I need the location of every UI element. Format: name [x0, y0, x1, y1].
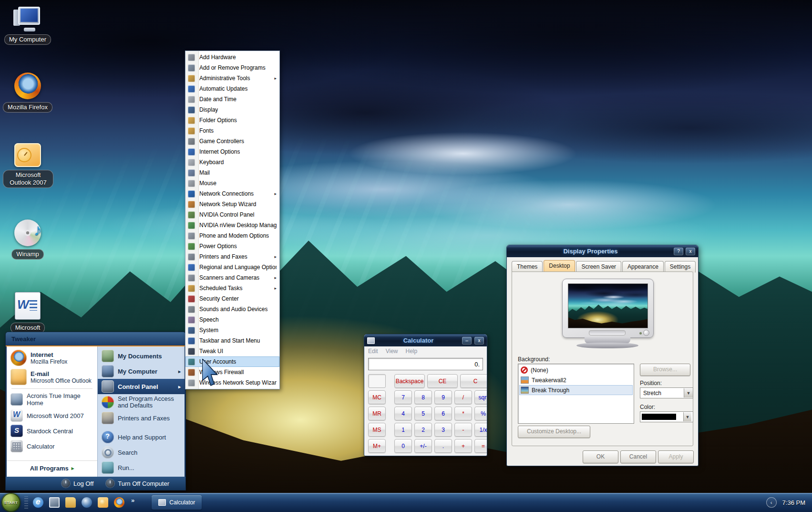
backspace-key[interactable]: Backspace [394, 374, 425, 388]
cp-item-nvidia-control-panel[interactable]: NVIDIA Control Panel [185, 209, 279, 220]
desktop-icon-microsoft-word[interactable]: W Microsoft [3, 292, 52, 333]
cp-item-windows-firewall[interactable]: Windows Firewall [185, 367, 279, 377]
background-item-tweakerwall2[interactable]: Tweakerwall2 [519, 375, 633, 385]
equals-key[interactable]: = [474, 439, 487, 453]
background-item-none[interactable]: (None) [519, 365, 633, 375]
cp-item-scheduled-tasks[interactable]: Scheduled Tasks▸ [185, 283, 279, 293]
tab-themes[interactable]: Themes [512, 261, 543, 272]
close-button[interactable]: x [686, 248, 695, 255]
start-item-acronis[interactable]: Acronis True Image Home [7, 391, 97, 408]
reciprocal-key[interactable]: 1/x [474, 423, 487, 437]
key-8[interactable]: 8 [414, 390, 432, 404]
cp-item-scanners-cameras[interactable]: Scanners and Cameras▸ [185, 272, 279, 283]
key-7[interactable]: 7 [394, 390, 412, 404]
percent-key[interactable]: % [474, 407, 487, 420]
quick-launch-overflow-chevron[interactable]: » [131, 497, 134, 504]
cp-item-internet-options[interactable]: Internet Options [185, 146, 279, 157]
minus-key[interactable]: - [454, 423, 472, 437]
minimize-button[interactable]: – [462, 337, 472, 345]
multiply-key[interactable]: * [454, 407, 472, 420]
cp-item-regional-language[interactable]: Regional and Language Options [185, 262, 279, 272]
start-item-run[interactable]: Run... [98, 460, 185, 475]
key-6[interactable]: 6 [434, 407, 452, 420]
key-2[interactable]: 2 [414, 423, 432, 437]
cp-item-fonts[interactable]: Fonts [185, 125, 279, 136]
key-1[interactable]: 1 [394, 423, 412, 437]
calculator-titlebar[interactable]: Calculator – x [364, 334, 487, 346]
cp-item-display[interactable]: Display [185, 104, 279, 115]
turn-off-computer-button[interactable]: Turn Off Computer [106, 479, 169, 488]
chevron-down-icon[interactable]: ▼ [684, 388, 693, 397]
tab-appearance[interactable]: Appearance [622, 261, 664, 272]
cp-item-security-center[interactable]: Security Center [185, 293, 279, 304]
media-player-icon[interactable] [82, 497, 92, 508]
position-select[interactable]: Stretch ▼ [640, 387, 693, 398]
start-item-printers-faxes[interactable]: Printers and Faxes [98, 410, 185, 426]
cp-item-nvidia-nview[interactable]: NVIDIA nView Desktop Manager [185, 220, 279, 230]
log-off-button[interactable]: Log Off [62, 479, 93, 488]
desktop-icon-my-computer[interactable]: My Computer [3, 7, 52, 45]
mplus-key[interactable]: M+ [368, 439, 386, 453]
cp-item-phone-modem[interactable]: Phone and Modem Options [185, 230, 279, 241]
all-programs-button[interactable]: All Programs ▸ [7, 460, 97, 475]
cp-item-user-accounts[interactable]: User Accounts [185, 356, 279, 367]
cp-item-add-remove-programs[interactable]: Add or Remove Programs [185, 63, 279, 73]
cp-item-speech[interactable]: Speech [185, 314, 279, 325]
mr-key[interactable]: MR [368, 407, 386, 420]
firefox-icon[interactable] [114, 497, 124, 508]
cancel-button[interactable]: Cancel [620, 450, 656, 463]
cp-item-wireless-setup[interactable]: Wireless Network Setup Wizard [185, 377, 279, 388]
cp-item-sounds-audio[interactable]: Sounds and Audio Devices [185, 304, 279, 314]
start-item-set-program-access[interactable]: Set Program Access and Defaults [98, 394, 185, 410]
start-item-email[interactable]: E-mailMicrosoft Office Outlook [7, 367, 97, 387]
key-9[interactable]: 9 [434, 390, 452, 404]
color-select[interactable]: ▼ [640, 411, 693, 422]
key-4[interactable]: 4 [394, 407, 412, 420]
start-item-search[interactable]: Search [98, 445, 185, 460]
background-item-break-through[interactable]: Break Through [519, 385, 633, 395]
ce-key[interactable]: CE [427, 374, 458, 388]
desktop-icon-microsoft-outlook[interactable]: Microsoft Outlook 2007 [3, 143, 52, 188]
help-button[interactable]: ? [674, 248, 683, 255]
cp-item-taskbar-startmenu[interactable]: Taskbar and Start Menu [185, 335, 279, 346]
ms-key[interactable]: MS [368, 423, 386, 437]
menu-view[interactable]: View [386, 348, 398, 355]
tray-collapse-chevron[interactable]: ‹ [766, 497, 777, 508]
browse-button[interactable]: Browse... [640, 364, 690, 376]
cp-item-folder-options[interactable]: Folder Options [185, 115, 279, 125]
cp-item-power-options[interactable]: Power Options [185, 241, 279, 251]
cp-item-automatic-updates[interactable]: Automatic Updates [185, 84, 279, 94]
close-button[interactable]: x [474, 337, 484, 345]
tab-settings[interactable]: Settings [665, 261, 696, 272]
key-0[interactable]: 0 [394, 439, 412, 453]
cp-item-tweak-ui[interactable]: Tweak UI [185, 346, 279, 356]
background-listbox[interactable]: (None) Tweakerwall2 Break Through [518, 364, 634, 424]
cp-item-system[interactable]: System [185, 325, 279, 335]
explorer-folder-icon[interactable] [65, 497, 76, 508]
menu-edit[interactable]: Edit [368, 348, 378, 355]
start-item-my-documents[interactable]: My Documents [98, 348, 185, 364]
start-item-stardock[interactable]: Stardock Central [7, 423, 97, 439]
desktop-icon-winamp[interactable]: ♪ Winamp [3, 219, 52, 260]
quick-launch-grip[interactable] [24, 496, 28, 509]
plus-key[interactable]: + [454, 439, 472, 453]
cp-item-mouse[interactable]: Mouse [185, 178, 279, 188]
cp-item-printers-faxes[interactable]: Printers and Faxes▸ [185, 251, 279, 262]
divide-key[interactable]: / [454, 390, 472, 404]
cp-item-network-connections[interactable]: Network Connections▸ [185, 188, 279, 199]
taskbar-task-calculator[interactable]: Calculator [152, 495, 202, 510]
chevron-down-icon[interactable]: ▼ [683, 412, 691, 421]
customize-desktop-button[interactable]: Customize Desktop... [518, 426, 590, 438]
cp-item-game-controllers[interactable]: Game Controllers [185, 136, 279, 146]
start-item-internet[interactable]: InternetMozilla Firefox [7, 348, 97, 367]
menu-help[interactable]: Help [405, 348, 417, 355]
start-item-control-panel[interactable]: Control Panel ▸ [98, 379, 185, 394]
sqrt-key[interactable]: sqrt [474, 390, 487, 404]
c-key[interactable]: C [460, 374, 487, 388]
cp-item-network-setup-wizard[interactable]: Network Setup Wizard [185, 199, 279, 209]
desktop-icon-mozilla-firefox[interactable]: Mozilla Firefox [3, 73, 52, 113]
start-item-word[interactable]: Microsoft Word 2007 [7, 408, 97, 423]
start-button[interactable]: START [1, 493, 21, 512]
internet-explorer-icon[interactable] [33, 497, 43, 508]
key-3[interactable]: 3 [434, 423, 452, 437]
